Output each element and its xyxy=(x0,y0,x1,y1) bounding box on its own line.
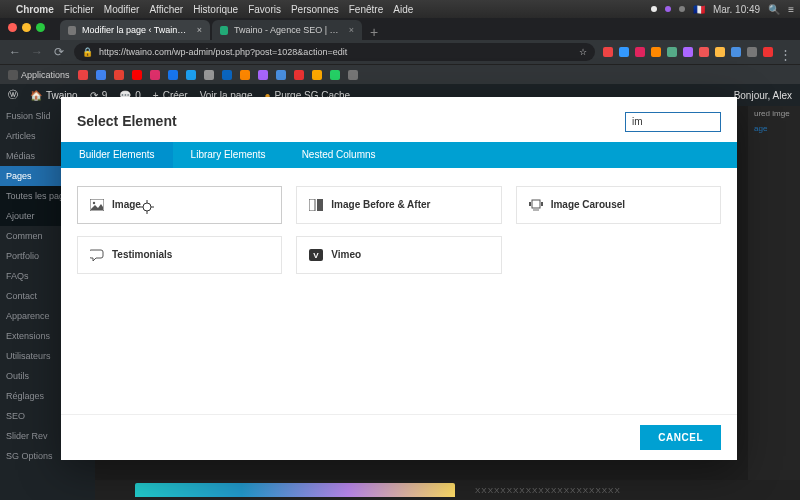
extensions: ⋮ xyxy=(603,47,792,57)
close-tab-icon[interactable]: × xyxy=(349,25,354,35)
bookmark-icon[interactable] xyxy=(132,70,142,80)
mac-menubar: Chrome Fichier Modifier Afficher Histori… xyxy=(0,0,800,18)
extension-icon[interactable] xyxy=(651,47,661,57)
menu-item[interactable]: Personnes xyxy=(291,4,339,15)
svg-rect-5 xyxy=(529,202,531,206)
bookmark-icon[interactable] xyxy=(222,70,232,80)
element-card-image[interactable]: Image xyxy=(77,186,282,224)
close-tab-icon[interactable]: × xyxy=(197,25,202,35)
bookmark-icon[interactable] xyxy=(204,70,214,80)
browser-tab[interactable]: Twaino - Agence SEO | Croiss × xyxy=(212,20,362,40)
status-icon[interactable] xyxy=(665,6,671,12)
menubar-app-name[interactable]: Chrome xyxy=(16,4,54,15)
chrome-window: Modifier la page ‹ Twaino — W × Twaino -… xyxy=(0,18,800,106)
star-icon[interactable]: ☆ xyxy=(579,47,587,57)
wp-right-panel: ured imge age xyxy=(748,106,800,500)
svg-rect-4 xyxy=(532,200,540,208)
tab-library-elements[interactable]: Library Elements xyxy=(173,142,284,168)
bookmark-icon[interactable] xyxy=(258,70,268,80)
search-input[interactable] xyxy=(625,112,721,132)
menu-item[interactable]: Afficher xyxy=(149,4,183,15)
rside-item: ured imge xyxy=(748,106,800,121)
tab-builder-elements[interactable]: Builder Elements xyxy=(61,142,173,168)
apps-shortcut[interactable]: Applications xyxy=(8,70,70,80)
modal-header: Select Element xyxy=(61,97,737,142)
menu-item[interactable]: Aide xyxy=(393,4,413,15)
search-box xyxy=(625,111,721,132)
extension-icon[interactable] xyxy=(603,47,613,57)
flag-icon[interactable]: 🇫🇷 xyxy=(693,4,705,15)
card-label: Testimonials xyxy=(112,249,172,260)
modal-title: Select Element xyxy=(77,113,177,129)
card-label: Image xyxy=(112,199,141,210)
bookmark-icon[interactable] xyxy=(78,70,88,80)
extension-icon[interactable] xyxy=(683,47,693,57)
menu-item[interactable]: Historique xyxy=(193,4,238,15)
tab-nested-columns[interactable]: Nested Columns xyxy=(284,142,394,168)
extension-icon[interactable] xyxy=(635,47,645,57)
minimize-icon[interactable] xyxy=(22,23,31,32)
status-icon[interactable] xyxy=(651,6,657,12)
bookmarks-bar: Applications xyxy=(0,64,800,84)
menu-item[interactable]: Modifier xyxy=(104,4,140,15)
card-label: Image Before & After xyxy=(331,199,430,210)
element-grid: Image Image Before & After Image Carouse… xyxy=(77,186,721,274)
back-icon[interactable]: ← xyxy=(8,45,22,59)
cancel-button[interactable]: CANCEL xyxy=(640,425,721,450)
element-card-image-before-after[interactable]: Image Before & After xyxy=(296,186,501,224)
favicon-icon xyxy=(68,26,76,35)
svg-text:V: V xyxy=(314,251,320,260)
apps-icon xyxy=(8,70,18,80)
modal-footer: CANCEL xyxy=(61,414,737,460)
tab-strip: Modifier la page ‹ Twaino — W × Twaino -… xyxy=(0,18,800,40)
spotlight-icon[interactable]: 🔍 xyxy=(768,4,780,15)
reload-icon[interactable]: ⟳ xyxy=(52,45,66,59)
menu-item[interactable]: Favoris xyxy=(248,4,281,15)
maximize-icon[interactable] xyxy=(36,23,45,32)
extension-icon[interactable] xyxy=(763,47,773,57)
bookmark-icon[interactable] xyxy=(114,70,124,80)
bookmark-icon[interactable] xyxy=(312,70,322,80)
element-card-testimonials[interactable]: Testimonials xyxy=(77,236,282,274)
rside-item[interactable]: age xyxy=(748,121,800,136)
bookmark-icon[interactable] xyxy=(96,70,106,80)
modal-body: Image Image Before & After Image Carouse… xyxy=(61,168,737,415)
element-card-image-carousel[interactable]: Image Carousel xyxy=(516,186,721,224)
chrome-menu-icon[interactable]: ⋮ xyxy=(779,47,792,57)
status-icon[interactable] xyxy=(679,6,685,12)
svg-rect-2 xyxy=(309,199,315,211)
element-card-vimeo[interactable]: V Vimeo xyxy=(296,236,501,274)
compare-icon xyxy=(309,198,323,212)
bookmark-icon[interactable] xyxy=(240,70,250,80)
svg-point-1 xyxy=(93,201,95,203)
bookmark-icon[interactable] xyxy=(330,70,340,80)
carousel-icon xyxy=(529,198,543,212)
svg-point-8 xyxy=(535,209,537,211)
extension-icon[interactable] xyxy=(699,47,709,57)
browser-tab[interactable]: Modifier la page ‹ Twaino — W × xyxy=(60,20,210,40)
bookmark-icon[interactable] xyxy=(276,70,286,80)
extension-icon[interactable] xyxy=(747,47,757,57)
bookmark-icon[interactable] xyxy=(294,70,304,80)
bookmark-icon[interactable] xyxy=(150,70,160,80)
menu-item[interactable]: Fichier xyxy=(64,4,94,15)
menu-icon[interactable]: ≡ xyxy=(788,4,794,15)
close-icon[interactable] xyxy=(8,23,17,32)
forward-icon[interactable]: → xyxy=(30,45,44,59)
menu-item[interactable]: Fenêtre xyxy=(349,4,383,15)
bookmark-icon[interactable] xyxy=(348,70,358,80)
bookmark-icon[interactable] xyxy=(168,70,178,80)
svg-point-7 xyxy=(533,209,535,211)
extension-icon[interactable] xyxy=(731,47,741,57)
wp-logo-icon[interactable]: ⓦ xyxy=(8,88,18,102)
wp-greeting[interactable]: Bonjour, Alex xyxy=(734,90,792,101)
footer-placeholder: XXXXXXXXXXXXXXXXXXXXXXX xyxy=(475,486,621,495)
bookmark-icon[interactable] xyxy=(186,70,196,80)
extension-icon[interactable] xyxy=(715,47,725,57)
extension-icon[interactable] xyxy=(667,47,677,57)
tab-title: Twaino - Agence SEO | Croiss xyxy=(234,25,343,35)
clock[interactable]: Mar. 10:49 xyxy=(713,4,760,15)
address-bar[interactable]: 🔒 https://twaino.com/wp-admin/post.php?p… xyxy=(74,43,595,61)
new-tab-icon[interactable]: + xyxy=(364,24,384,40)
extension-icon[interactable] xyxy=(619,47,629,57)
